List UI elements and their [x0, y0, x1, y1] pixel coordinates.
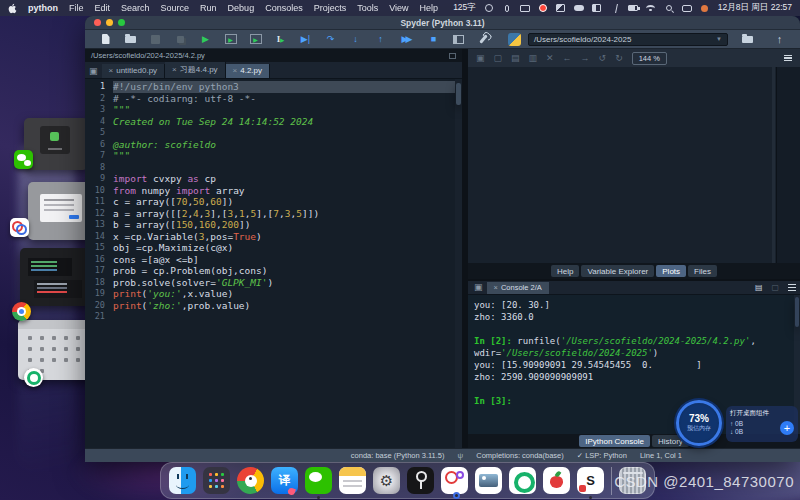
editor-scrollbar[interactable] [455, 79, 462, 448]
menu-item[interactable]: Consoles [265, 3, 303, 13]
dock-icon-finder[interactable] [169, 467, 196, 494]
dock-icon-recorder[interactable] [441, 467, 468, 494]
menu-item[interactable]: Search [121, 3, 150, 13]
console-inspect-icon[interactable]: ▢ [771, 283, 779, 292]
run-cell-button[interactable]: ▶ [218, 32, 243, 47]
notification-dot-icon[interactable] [700, 3, 710, 13]
editor-tab[interactable]: ×4.2.py [226, 64, 270, 78]
remove-plot-icon[interactable]: ▥ [529, 53, 538, 63]
face-status-icon[interactable] [484, 3, 494, 13]
preferences-wrench-button[interactable] [471, 32, 496, 47]
stop-debugging-button[interactable]: ■ [421, 32, 446, 47]
debug-file-button[interactable]: ▶| [293, 32, 318, 47]
save-all-button[interactable] [168, 32, 193, 47]
desktop-widget-panel[interactable]: 打开桌面组件 ↑ 0B ↓ 0B + [726, 406, 798, 442]
dock-icon-translate[interactable]: 译 [271, 467, 298, 494]
battery-icon[interactable] [628, 3, 638, 13]
menu-item[interactable]: View [389, 3, 408, 13]
continue-execution-button[interactable]: ▶▶ [393, 32, 418, 47]
stage-window-code[interactable] [20, 248, 92, 306]
memory-usage-widget[interactable]: 73% 预估内存 [676, 400, 722, 446]
dock-icon-apple-app[interactable] [543, 467, 570, 494]
dock-icon-preview[interactable] [475, 467, 502, 494]
spotlight-search-icon[interactable] [664, 3, 674, 13]
screen-record-icon[interactable] [538, 3, 548, 13]
dock-icon-ring-app[interactable] [509, 467, 536, 494]
dock-icon-notes[interactable] [339, 467, 366, 494]
menu-item[interactable]: Help [420, 3, 439, 13]
console-environment-icon[interactable]: ▤ [755, 283, 763, 292]
next-plot-icon[interactable]: → [581, 53, 590, 63]
run-cell-advance-button[interactable]: ▶ [243, 32, 268, 47]
wechat-app-badge-icon[interactable] [14, 150, 33, 169]
working-directory-select[interactable]: /Users/scofieldo/2024-2025▼ [528, 33, 728, 46]
close-tab-icon[interactable]: × [233, 66, 238, 75]
zoom-reset-icon[interactable]: ↻ [615, 53, 623, 63]
mic-icon[interactable] [502, 3, 512, 13]
close-console-icon[interactable]: × [494, 283, 498, 292]
step-into-button[interactable]: ↓ [343, 32, 368, 47]
right-pane-tab[interactable]: Help [551, 265, 579, 277]
add-widget-button[interactable]: + [780, 421, 794, 435]
dock-icon-chrome[interactable] [237, 467, 264, 494]
browse-consoles-icon[interactable]: ▣ [474, 282, 483, 292]
browse-tabs-icon[interactable]: ▣ [89, 66, 98, 76]
menu-item[interactable]: File [69, 3, 84, 13]
copy-plot-icon[interactable]: ▤ [511, 53, 520, 63]
zoom-out-icon[interactable]: ↺ [599, 53, 607, 63]
save-file-button[interactable] [143, 32, 168, 47]
browse-directory-button[interactable] [735, 32, 760, 47]
menu-bar-clock[interactable]: 12月8日 周日 22:57 [718, 2, 792, 14]
console-bottom-tab[interactable]: IPython Console [579, 435, 650, 447]
menu-item[interactable]: Tools [357, 3, 378, 13]
plots-scrollbar[interactable] [772, 67, 775, 263]
keyboard-icon[interactable] [520, 3, 530, 13]
active-app-menu[interactable]: python [28, 3, 58, 13]
console-tab[interactable]: ×Console 2/A [487, 282, 549, 294]
chrome-app-badge-icon[interactable] [12, 302, 31, 321]
editor-tab[interactable]: ×untitled0.py [102, 64, 166, 78]
close-tab-icon[interactable]: × [172, 65, 177, 74]
previous-plot-icon[interactable]: ← [563, 53, 572, 63]
dock-icon-system-settings[interactable]: ⚙ [373, 467, 400, 494]
cloud-icon[interactable] [574, 3, 584, 13]
step-out-button[interactable]: ↑ [368, 32, 393, 47]
split-editor-icon[interactable] [449, 53, 456, 59]
plots-options-menu-icon[interactable] [784, 55, 792, 62]
right-pane-tab[interactable]: Variable Explorer [581, 265, 654, 277]
plot-zoom-level[interactable]: 144 % [632, 52, 667, 65]
save-plot-icon[interactable]: ▣ [476, 53, 485, 63]
bluetooth-icon[interactable] [610, 3, 620, 13]
panes-layout-button[interactable] [446, 32, 471, 47]
recorder-app-badge-icon[interactable] [10, 218, 29, 237]
close-tab-icon[interactable]: × [109, 66, 114, 75]
step-over-button[interactable]: ↷ [318, 32, 343, 47]
menu-item[interactable]: Edit [95, 3, 111, 13]
open-file-button[interactable] [118, 32, 143, 47]
editor-tab[interactable]: ×习题4.4.py [165, 62, 225, 78]
dock-icon-launchpad[interactable] [203, 467, 230, 494]
dock-icon-s-app[interactable]: S [577, 467, 604, 494]
plots-content-area[interactable] [468, 67, 800, 263]
code-editor[interactable]: 1 #!/usr/bin/env python3 2 # -*- codiarn… [85, 79, 462, 448]
close-plot-icon[interactable]: ✕ [546, 53, 554, 63]
dock-icon-wechat[interactable] [305, 467, 332, 494]
display-split-icon[interactable] [592, 3, 602, 13]
window-title-bar[interactable]: Spyder (Python 3.11) [85, 16, 800, 30]
run-file-button[interactable]: ▶ [193, 32, 218, 47]
save-all-plots-icon[interactable]: ▢ [494, 53, 503, 63]
input-method-label[interactable]: 125字 [453, 2, 476, 14]
wifi-icon[interactable] [646, 3, 656, 13]
right-pane-tab[interactable]: Files [688, 265, 717, 277]
right-pane-tab[interactable]: Plots [656, 265, 686, 277]
parent-directory-button[interactable]: ↑ [767, 32, 792, 47]
ring-app-badge-icon[interactable] [24, 368, 43, 387]
control-center-icon[interactable] [682, 3, 692, 13]
new-file-button[interactable] [93, 32, 118, 47]
dock-icon-keychain[interactable] [407, 467, 434, 494]
menu-item[interactable]: Source [161, 3, 190, 13]
apple-menu-icon[interactable] [8, 3, 17, 14]
menu-item[interactable]: Debug [228, 3, 255, 13]
run-selection-button[interactable]: I▶ [268, 32, 293, 47]
menu-item[interactable]: Run [200, 3, 217, 13]
